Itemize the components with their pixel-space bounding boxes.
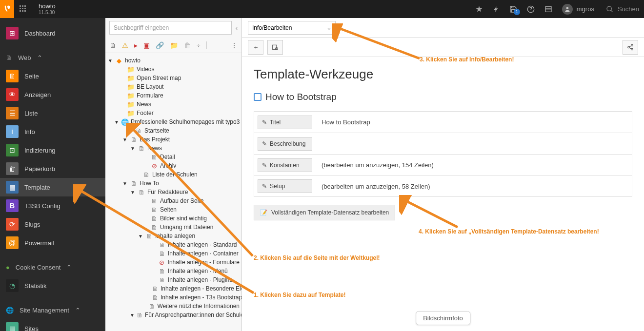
svg-point-13: [566, 7, 568, 9]
tree-node[interactable]: 📁Videos: [105, 65, 242, 74]
tree-node[interactable]: 🗎Aufbau der Seite: [105, 196, 242, 205]
svg-line-15: [611, 10, 612, 12]
svg-rect-5: [24, 8, 26, 9]
tree-node[interactable]: 🗎Bilder sind wichtig: [105, 214, 242, 223]
save-icon[interactable]: 1: [509, 5, 517, 13]
page-icon: 🗎: [150, 206, 158, 214]
tree-node[interactable]: 🗎Inhalte anlegen - Menü: [105, 267, 242, 275]
search-box[interactable]: Suchen: [606, 5, 639, 13]
collapse-tree-icon[interactable]: ‹: [236, 24, 238, 32]
page-restricted-icon: ⊘: [150, 162, 158, 170]
group-web[interactable]: 🗎Web⌃: [0, 48, 105, 67]
tree-root[interactable]: ▼◆howto: [105, 56, 242, 65]
star-icon[interactable]: [475, 5, 483, 13]
tree-node[interactable]: ⊘Inhalte anlegen - Formulare: [105, 258, 242, 267]
tree-node[interactable]: 🗎Seiten: [105, 205, 242, 214]
mode-select[interactable]: Info/Bearbeiten: [248, 21, 336, 35]
help-icon[interactable]: [527, 5, 535, 13]
edit-title-button[interactable]: ✎Titel: [258, 116, 312, 129]
tree-node[interactable]: ⊘Archiv: [105, 161, 242, 170]
tree-node[interactable]: 📁Formulare: [105, 91, 242, 100]
module-statistics[interactable]: ◔Statistik: [0, 276, 105, 295]
avatar-icon: [562, 4, 573, 15]
tree-node[interactable]: 📁Open Street map: [105, 74, 242, 82]
module-list[interactable]: ☰Liste: [0, 104, 105, 122]
folder-icon[interactable]: 📁: [170, 41, 178, 49]
delete-icon[interactable]: 🗑: [184, 41, 191, 49]
tree-node[interactable]: 🗎Liste der Schulen: [105, 170, 242, 179]
module-dashboard[interactable]: ⊞Dashboard: [0, 24, 105, 42]
constants-value: (bearbeiten um anzuzeigen, 154 Zeilen): [316, 161, 440, 169]
link-icon[interactable]: 🔗: [156, 41, 164, 49]
page-icon: 🗎: [158, 267, 166, 275]
tree-node[interactable]: ▼🗎How To: [105, 179, 242, 188]
tree-node[interactable]: 🗎Umgang mit Dateien: [105, 223, 242, 232]
tree-node[interactable]: ▼🗎Für Ansprechpartner:innen der Schulen: [105, 311, 242, 319]
svg-rect-2: [24, 5, 26, 7]
tree-node[interactable]: ▼🗎Das Projekt: [105, 135, 242, 144]
new-page-icon[interactable]: 🗎: [109, 41, 116, 49]
tree-node[interactable]: 🗎Inhalte anlegen - Container: [105, 249, 242, 258]
tree-node[interactable]: 🗎Detail: [105, 153, 242, 161]
tree-node[interactable]: 📁Footer: [105, 109, 242, 117]
tree-node[interactable]: 🗎Inhalte anlegen - Plugins: [105, 275, 242, 284]
tree-node[interactable]: 🗎Startseite: [105, 126, 242, 135]
module-slugs[interactable]: ⟳Slugs: [0, 215, 105, 234]
tree-search-input[interactable]: [109, 21, 232, 35]
list-icon[interactable]: [544, 5, 552, 13]
module-indexing[interactable]: ⊡Indizierung: [0, 141, 105, 159]
mode-select-wrapper[interactable]: Info/Bearbeiten ⌄: [248, 21, 336, 35]
tree-node[interactable]: 🗎Inhalte anlegen - Besondere Elemente: [105, 284, 242, 293]
bootstrap-icon: B: [6, 199, 19, 212]
module-sites[interactable]: ▦Sites: [0, 319, 105, 331]
share-button[interactable]: [623, 40, 638, 55]
user-menu[interactable]: mgros: [562, 4, 594, 15]
screenshot-badge: Bildschirmfoto: [416, 311, 470, 325]
module-powermail[interactable]: @Powermail: [0, 234, 105, 252]
page-icon: 🗎: [142, 171, 150, 178]
tree-node-siteroot[interactable]: ▼🌐Professionelle Schulhomepages mit typo…: [105, 117, 242, 126]
page-shortcut-icon[interactable]: ▸: [134, 41, 138, 49]
view-page-button[interactable]: [267, 40, 283, 55]
group-cookie[interactable]: ●Cookie Consent⌃: [0, 258, 105, 276]
search-icon: [606, 5, 614, 13]
more-icon[interactable]: ⋮: [231, 41, 238, 49]
page-icon: 🗎: [150, 214, 158, 222]
page-icon: 🗎: [150, 153, 158, 161]
edit-constants-button[interactable]: ✎Konstanten: [258, 158, 312, 172]
tree-node[interactable]: ▼🗎Für Redakteure: [105, 188, 242, 196]
module-info[interactable]: iInfo: [0, 122, 105, 141]
page-icon: 🗎: [158, 250, 166, 257]
edit-setup-button[interactable]: ✎Setup: [258, 179, 312, 193]
tree-node[interactable]: 📁BE Layout: [105, 82, 242, 91]
tree-node[interactable]: ▼🗎Inhalte anlegen: [105, 232, 242, 240]
page-icon: 🗎: [138, 188, 145, 196]
group-site[interactable]: 🌐Site Management⌃: [0, 301, 105, 319]
page-hidden-icon[interactable]: ⚠: [122, 41, 128, 49]
tree-node[interactable]: 🗎Inhalte anlegen - T3s Bootstrap: [105, 293, 242, 302]
module-page[interactable]: 🗎Seite: [0, 67, 105, 85]
tree-node[interactable]: ▼🗎News: [105, 144, 242, 153]
folder-icon: 📁: [127, 65, 135, 73]
page-icon: 🗎: [137, 311, 143, 319]
page-mount-icon[interactable]: ▣: [143, 41, 150, 49]
edit-full-template-button[interactable]: 📝 Vollständigen Template-Datensatz bearb…: [254, 205, 395, 220]
module-view[interactable]: 👁Anzeigen: [0, 85, 105, 104]
template-subheading: How to Bootstrap: [254, 92, 632, 102]
tree-node[interactable]: 🗎Inhalte anlegen - Standard: [105, 240, 242, 249]
typo3-logo[interactable]: [0, 0, 14, 18]
edit-description-button[interactable]: ✎Beschreibung: [258, 137, 312, 151]
apps-grid-icon[interactable]: [19, 5, 28, 14]
page-icon: 🗎: [150, 197, 158, 205]
module-trash[interactable]: 🗑Papierkorb: [0, 159, 105, 178]
flash-icon[interactable]: [493, 5, 500, 13]
tree-node[interactable]: 🗎Weitere nützliche Informationen: [105, 302, 242, 311]
typo3-icon: ◆: [115, 57, 123, 64]
module-template[interactable]: ▦Template: [0, 178, 105, 196]
module-t3sb[interactable]: BT3SB Config: [0, 196, 105, 215]
app-version: 11.5.30: [39, 10, 56, 15]
divider-icon[interactable]: ÷: [197, 41, 201, 49]
tree-node[interactable]: 📁News: [105, 100, 242, 109]
trash-icon: 🗑: [6, 162, 19, 175]
new-record-button[interactable]: ＋: [248, 40, 263, 55]
